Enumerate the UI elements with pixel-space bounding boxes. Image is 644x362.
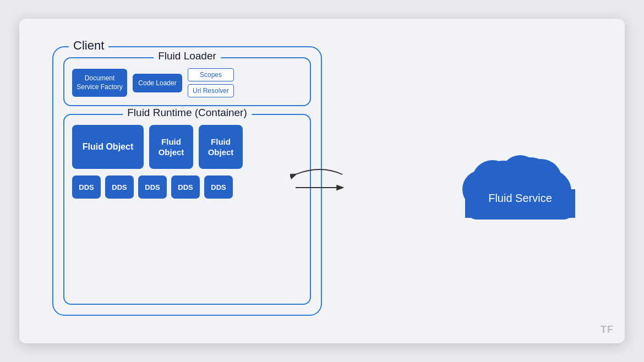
document-service-factory-box: Document Service Factory bbox=[72, 69, 127, 97]
arrow-area bbox=[290, 153, 351, 209]
watermark: TF bbox=[601, 324, 614, 336]
fluid-runtime-box: Fluid Runtime (Container) Fluid Object F… bbox=[63, 114, 311, 305]
fluid-loader-box: Fluid Loader Document Service Factory Co… bbox=[63, 57, 311, 106]
dds-3: DDS bbox=[138, 175, 167, 199]
fluid-objects-row: Fluid Object FluidObject FluidObject bbox=[72, 125, 302, 169]
svg-text:Fluid Service: Fluid Service bbox=[488, 192, 552, 204]
code-loader-box: Code Loader bbox=[133, 74, 182, 92]
fluid-object-1: Fluid Object bbox=[72, 125, 144, 169]
client-label: Client bbox=[69, 39, 108, 53]
fluid-loader-label: Fluid Loader bbox=[154, 50, 221, 62]
dds-1: DDS bbox=[72, 175, 101, 199]
arrows-svg bbox=[290, 153, 351, 209]
fluid-service-area: Fluid Service bbox=[449, 131, 592, 231]
cloud-svg: Fluid Service bbox=[449, 131, 592, 231]
loader-components: Document Service Factory Code Loader Sco… bbox=[72, 68, 302, 97]
client-box: Client Fluid Loader Document Service Fac… bbox=[52, 46, 322, 316]
fluid-object-3: FluidObject bbox=[199, 125, 243, 169]
scopes-box: Scopes bbox=[188, 68, 234, 81]
dds-4: DDS bbox=[171, 175, 200, 199]
fluid-runtime-label: Fluid Runtime (Container) bbox=[123, 107, 252, 119]
slide: Client Fluid Loader Document Service Fac… bbox=[19, 19, 625, 343]
svg-point-6 bbox=[501, 155, 539, 194]
fluid-object-2: FluidObject bbox=[149, 125, 193, 169]
url-resolver-box: Url Resolver bbox=[188, 84, 234, 97]
dds-2: DDS bbox=[105, 175, 134, 199]
dds-5: DDS bbox=[204, 175, 233, 199]
scopes-url-column: Scopes Url Resolver bbox=[188, 68, 234, 97]
dds-row: DDS DDS DDS DDS DDS bbox=[72, 175, 302, 199]
